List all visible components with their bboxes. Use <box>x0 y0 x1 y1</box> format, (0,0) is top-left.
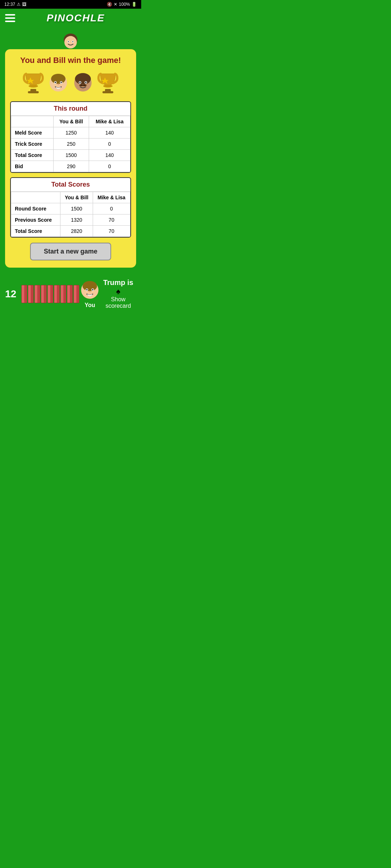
status-bar: 12:37 ⚠ 🖼 🔇 ✕ 100% 🔋 <box>0 0 141 9</box>
this-round-section: This round You & Bill Mike & Lisa Meld S… <box>10 101 131 173</box>
row-col2: 0 <box>93 203 130 214</box>
svg-point-4 <box>68 41 69 42</box>
player-section: You <box>79 280 100 309</box>
winner-face-you <box>48 72 69 93</box>
row-col1: 1500 <box>53 150 89 161</box>
green-spacer <box>0 27 141 49</box>
row-col2: 140 <box>89 150 130 161</box>
start-new-game-button[interactable]: Start a new game <box>30 243 111 260</box>
player-avatar <box>79 280 100 301</box>
battery-display: 100% <box>119 2 130 7</box>
svg-point-30 <box>92 289 93 290</box>
trophy-left-icon <box>22 70 44 95</box>
svg-rect-7 <box>28 91 39 93</box>
total-scores-title: Total Scores <box>11 178 130 192</box>
svg-point-21 <box>85 82 87 83</box>
trump-info: Trump is ♠ Show scorecard <box>100 278 136 309</box>
card-back-8 <box>67 285 73 303</box>
app-header: PINOCHLE <box>0 9 141 27</box>
svg-rect-23 <box>102 91 113 93</box>
trump-label: Trump is <box>103 278 133 286</box>
trump-spade-icon: ♠ <box>116 287 121 296</box>
this-round-header: You & Bill Mike & Lisa <box>11 116 130 127</box>
trophy-row <box>10 70 131 95</box>
svg-point-26 <box>83 281 97 291</box>
signal-icon: ✕ <box>114 2 117 7</box>
col-you-bill: You & Bill <box>53 116 89 127</box>
row-label: Previous Score <box>11 214 60 226</box>
card-back-9 <box>73 285 79 303</box>
col-you-bill-total: You & Bill <box>60 192 93 203</box>
card-count-label: 12 <box>5 288 16 300</box>
status-icons: 🔇 ✕ 100% 🔋 <box>107 2 137 7</box>
win-title: You and Bill win the game! <box>10 56 131 65</box>
row-label: Total Score <box>11 150 54 161</box>
row-col2: 0 <box>89 161 130 172</box>
trophy-right-icon <box>97 70 119 95</box>
card-back-7 <box>60 285 66 303</box>
row-col1: 1500 <box>60 203 93 214</box>
table-row: Round Score 1500 0 <box>11 203 130 214</box>
svg-point-10 <box>51 74 66 84</box>
col-label <box>11 192 60 203</box>
row-label: Meld Score <box>11 127 54 139</box>
player-label: You <box>85 302 95 309</box>
row-col1: 1250 <box>53 127 89 139</box>
table-row: Previous Score 1320 70 <box>11 214 130 226</box>
table-row: Total Score 2820 70 <box>11 226 130 237</box>
svg-point-15 <box>58 84 59 85</box>
svg-point-13 <box>55 82 56 83</box>
row-col2: 140 <box>89 127 130 139</box>
col-label <box>11 116 54 127</box>
row-col1: 2820 <box>60 226 93 237</box>
row-label: Total Score <box>11 226 60 237</box>
card-deck <box>21 285 79 303</box>
time-display: 12:37 <box>4 2 15 7</box>
status-time: 12:37 ⚠ 🖼 <box>4 2 26 7</box>
this-round-title: This round <box>11 102 130 116</box>
svg-point-24 <box>103 85 113 88</box>
show-scorecard-button[interactable]: Show scorecard <box>100 296 136 309</box>
row-col2: 70 <box>93 226 130 237</box>
card-back-5 <box>47 285 53 303</box>
card-back-1 <box>21 285 27 303</box>
battery-icon: 🔋 <box>131 2 137 7</box>
row-label: Round Score <box>11 203 60 214</box>
col-mike-lisa: Mike & Lisa <box>89 116 130 127</box>
svg-point-5 <box>72 41 73 42</box>
total-scores-header: You & Bill Mike & Lisa <box>11 192 130 203</box>
winner-face-bill <box>72 72 93 93</box>
warning-icon: ⚠ <box>17 2 21 7</box>
svg-point-31 <box>89 291 91 292</box>
total-scores-table: You & Bill Mike & Lisa Round Score 1500 … <box>11 192 130 237</box>
bottom-game-area: 12 You Trump is <box>0 271 141 320</box>
row-col1: 1320 <box>60 214 93 226</box>
card-back-6 <box>54 285 60 303</box>
svg-point-1 <box>64 36 77 48</box>
table-row: Total Score 1500 140 <box>11 150 130 161</box>
svg-point-17 <box>75 73 91 85</box>
row-col1: 290 <box>53 161 89 172</box>
app-title: PINOCHLE <box>15 12 136 24</box>
row-label: Trick Score <box>11 139 54 150</box>
this-round-table: You & Bill Mike & Lisa Meld Score 1250 1… <box>11 116 130 172</box>
trump-text: Trump is ♠ <box>100 278 136 296</box>
card-area: 12 <box>5 285 79 303</box>
row-col1: 250 <box>53 139 89 150</box>
start-btn-container: Start a new game <box>10 243 131 260</box>
avatar-peek <box>62 33 80 51</box>
table-row: Bid 290 0 <box>11 161 130 172</box>
menu-button[interactable] <box>5 14 15 22</box>
row-col2: 0 <box>89 139 130 150</box>
card-back-3 <box>34 285 40 303</box>
table-row: Meld Score 1250 140 <box>11 127 130 139</box>
mute-icon: 🔇 <box>107 2 112 7</box>
card-back-4 <box>41 285 47 303</box>
svg-point-8 <box>29 85 38 88</box>
row-col2: 70 <box>93 214 130 226</box>
result-modal: You and Bill win the game! <box>5 49 136 268</box>
row-label: Bid <box>11 161 54 172</box>
table-row: Trick Score 250 0 <box>11 139 130 150</box>
svg-point-14 <box>60 82 62 83</box>
image-icon: 🖼 <box>22 2 26 7</box>
